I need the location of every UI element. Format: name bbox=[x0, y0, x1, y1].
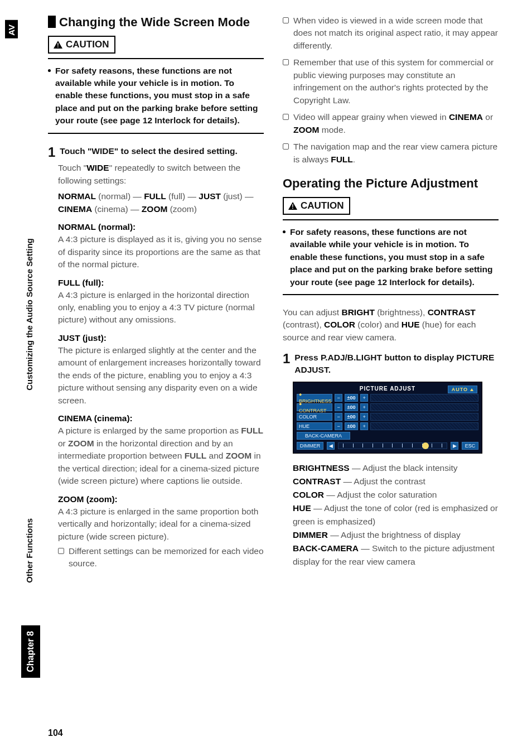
warning-icon: ! bbox=[54, 41, 62, 49]
note-text: Different settings can be memorized for … bbox=[69, 545, 264, 570]
note-icon bbox=[283, 114, 289, 120]
note-text: Video will appear grainy when viewed in … bbox=[293, 111, 499, 136]
pa-minus-button[interactable]: − bbox=[335, 394, 342, 402]
adjust-intro: You can adjust BRIGHT (brightness), CONT… bbox=[283, 306, 499, 344]
note-text: Remember that use of this system for com… bbox=[293, 56, 499, 107]
pa-row-label[interactable]: COLOR bbox=[297, 413, 332, 421]
mode-normal-heading: NORMAL (normal): bbox=[58, 222, 264, 232]
svg-text:!: ! bbox=[292, 204, 293, 210]
pa-rows: ● BRIGHTNESS−±00+● CONTRAST−±00+COLOR−±0… bbox=[297, 394, 478, 430]
pa-plus-button[interactable]: + bbox=[360, 403, 368, 411]
chapter-label: Chapter 8 bbox=[26, 631, 36, 672]
note-text: When video is viewed in a wide screen mo… bbox=[293, 15, 499, 52]
heading-text: Changing the Wide Screen Mode bbox=[59, 15, 250, 29]
pa-plus-button[interactable]: + bbox=[360, 394, 368, 402]
pa-title-text: PICTURE ADJUST bbox=[360, 386, 415, 392]
svg-text:!: ! bbox=[57, 42, 59, 49]
caution-label: CAUTION bbox=[301, 200, 344, 211]
pa-row: ● CONTRAST−±00+ bbox=[297, 403, 478, 411]
left-column: Changing the Wide Screen Mode ! CAUTION … bbox=[48, 15, 264, 711]
pa-preview-area bbox=[370, 394, 478, 402]
mode-just-desc: The picture is enlarged slightly at the … bbox=[58, 344, 264, 407]
pa-value: ±00 bbox=[345, 422, 358, 430]
pa-minus-button[interactable]: − bbox=[335, 403, 342, 411]
caution-text-block: For safety reasons, these functions are … bbox=[283, 226, 499, 295]
note-aspect: When video is viewed in a wide screen mo… bbox=[283, 15, 499, 52]
step-desc-pre: Touch " bbox=[58, 163, 86, 172]
pa-preview-area bbox=[370, 422, 478, 430]
side-tab: Customizing the Audio Source Setting Oth… bbox=[21, 310, 40, 678]
note-icon bbox=[58, 548, 64, 554]
side-label-customizing: Customizing the Audio Source Setting bbox=[25, 238, 34, 391]
step-desc: Touch "WIDE" repeatedly to switch betwee… bbox=[58, 162, 264, 187]
mode-zoom-desc: A 4:3 picture is enlarged in the same pr… bbox=[58, 505, 264, 543]
mode-cinema-heading: CINEMA (cinema): bbox=[58, 413, 264, 423]
pa-auto-button[interactable]: AUTO bbox=[448, 386, 477, 393]
pa-row-label[interactable]: HUE bbox=[297, 422, 332, 430]
pa-plus-button[interactable]: + bbox=[360, 422, 368, 430]
pa-preview-area bbox=[370, 413, 478, 421]
pa-value: ±00 bbox=[345, 394, 358, 402]
section-heading-wide: Changing the Wide Screen Mode bbox=[48, 15, 264, 30]
pa-minus-button[interactable]: − bbox=[335, 422, 342, 430]
pa-dimmer-slider[interactable] bbox=[338, 442, 447, 449]
pa-dimmer-right-button[interactable]: ▶ bbox=[451, 442, 458, 450]
caution-box: ! CAUTION bbox=[48, 36, 115, 54]
caution-text: For safety reasons, these functions are … bbox=[55, 65, 264, 127]
pa-dimmer-left-button[interactable]: ◀ bbox=[327, 442, 335, 450]
mode-full-desc: A 4:3 picture is enlarged in the horizon… bbox=[58, 289, 264, 326]
right-column: When video is viewed in a wide screen mo… bbox=[283, 15, 499, 711]
caution-rule: ! CAUTION bbox=[283, 197, 499, 220]
mode-zoom-heading: ZOOM (zoom): bbox=[58, 494, 264, 504]
pa-value: ±00 bbox=[345, 413, 358, 421]
modes-line: NORMAL (normal) — FULL (full) — JUST (ju… bbox=[58, 190, 264, 215]
chapter-tab: Chapter 8 bbox=[21, 625, 40, 678]
mode-normal-desc: A 4:3 picture is displayed as it is, giv… bbox=[58, 233, 264, 271]
bullet-icon bbox=[48, 69, 51, 72]
heading-marker bbox=[48, 16, 56, 28]
note-icon bbox=[283, 59, 289, 65]
step-1: 1 Touch "WIDE" to select the desired set… bbox=[48, 145, 264, 160]
caution-box: ! CAUTION bbox=[283, 197, 350, 215]
caution-text-block: For safety reasons, these functions are … bbox=[48, 65, 264, 134]
pa-value: ±00 bbox=[345, 403, 358, 411]
pa-row-label[interactable]: ● CONTRAST bbox=[297, 403, 332, 411]
step-1-right: 1 Press P.ADJ/B.LIGHT button to display … bbox=[283, 351, 499, 375]
pa-dimmer-label: DIMMER bbox=[297, 442, 323, 450]
note-text: The navigation map and the rear view cam… bbox=[293, 141, 499, 166]
mode-cinema-desc: A picture is enlarged by the same propor… bbox=[58, 425, 264, 487]
note-memorized: Different settings can be memorized for … bbox=[58, 545, 264, 570]
warning-icon: ! bbox=[288, 202, 297, 210]
pa-esc-button[interactable]: ESC bbox=[462, 442, 478, 450]
step-desc-bold: WIDE bbox=[86, 163, 109, 172]
side-label-other: Other Functions bbox=[25, 518, 34, 583]
caution-text: For safety reasons, these functions are … bbox=[290, 226, 499, 288]
note-full: The navigation map and the rear view cam… bbox=[283, 141, 499, 166]
pa-plus-button[interactable]: + bbox=[360, 413, 368, 421]
pa-back-camera-button[interactable]: BACK-CAMERA bbox=[297, 432, 350, 440]
pa-row: HUE−±00+ bbox=[297, 422, 478, 430]
bullet-icon bbox=[283, 230, 286, 233]
pa-row: COLOR−±00+ bbox=[297, 413, 478, 421]
pa-title: PICTURE ADJUST AUTO bbox=[297, 386, 478, 392]
picture-adjust-screen: PICTURE ADJUST AUTO ● BRIGHTNESS−±00+● C… bbox=[293, 382, 482, 454]
step-title: Press P.ADJ/B.LIGHT button to display PI… bbox=[294, 351, 499, 375]
caution-rule: ! CAUTION bbox=[48, 36, 264, 59]
av-side-flag: AV bbox=[5, 20, 18, 38]
caution-label: CAUTION bbox=[66, 39, 109, 50]
step-number: 1 bbox=[283, 351, 290, 375]
definitions-list: BRIGHTNESS — Adjust the black intensityC… bbox=[293, 461, 499, 569]
note-grainy: Video will appear grainy when viewed in … bbox=[283, 111, 499, 136]
step-number: 1 bbox=[48, 145, 55, 160]
mode-just-heading: JUST (just): bbox=[58, 333, 264, 343]
note-icon bbox=[283, 17, 289, 23]
note-icon bbox=[283, 143, 289, 150]
step-title: Touch "WIDE" to select the desired setti… bbox=[60, 145, 237, 160]
pa-preview-area bbox=[370, 403, 478, 411]
mode-full-heading: FULL (full): bbox=[58, 278, 264, 288]
pa-minus-button[interactable]: − bbox=[335, 413, 342, 421]
page-number: 104 bbox=[48, 728, 63, 738]
sun-icon bbox=[422, 442, 429, 449]
section-heading-picture-adjust: Operating the Picture Adjustment bbox=[283, 176, 499, 191]
note-copyright: Remember that use of this system for com… bbox=[283, 56, 499, 107]
